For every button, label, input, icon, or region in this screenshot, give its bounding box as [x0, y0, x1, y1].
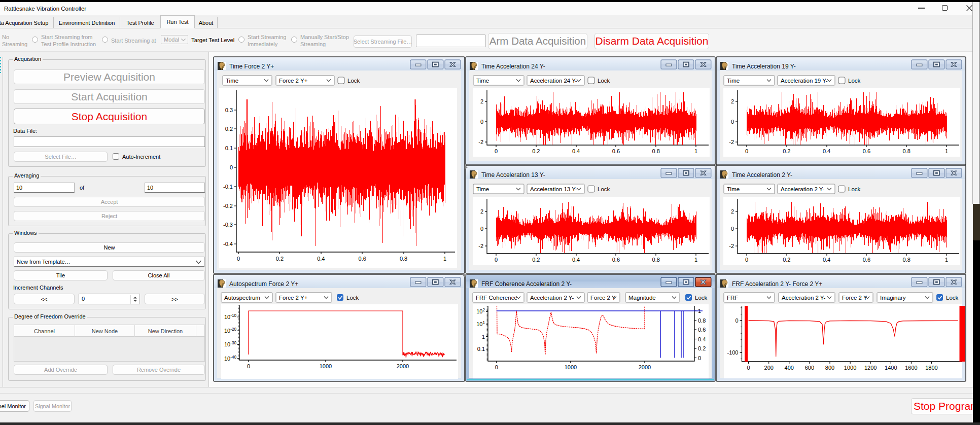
svg-text:1000: 1000: [844, 365, 856, 371]
svg-text:0: 0: [735, 317, 738, 324]
svg-text:Acceleration 2 Y-: Acceleration 2 Y-: [781, 186, 824, 192]
svg-text:2000: 2000: [397, 363, 409, 369]
svg-text:Lock: Lock: [347, 78, 360, 84]
svg-text:1800: 1800: [925, 365, 937, 371]
svg-text:Acceleration 2 Y-: Acceleration 2 Y-: [782, 295, 825, 301]
svg-text:Time: Time: [727, 78, 740, 84]
svg-text:0.8: 0.8: [400, 256, 407, 262]
svg-text:0: 0: [731, 119, 734, 125]
svg-text:Lock: Lock: [848, 78, 861, 84]
svg-text:0.6: 0.6: [612, 148, 620, 154]
svg-text:0: 0: [745, 148, 748, 154]
svg-text:0: 0: [731, 226, 734, 232]
svg-text:Acceleration 24 Y-: Acceleration 24 Y-: [530, 78, 577, 84]
svg-text:Force 2 Y+: Force 2 Y+: [279, 295, 308, 301]
svg-text:-100: -100: [727, 349, 738, 356]
svg-text:-0.2: -0.2: [223, 203, 233, 209]
svg-text:0.6: 0.6: [698, 327, 706, 333]
svg-text:2000: 2000: [639, 364, 651, 370]
svg-text:0.3: 0.3: [225, 107, 233, 113]
svg-text:0: 0: [698, 355, 701, 361]
svg-text:-0.1: -0.1: [223, 184, 233, 190]
svg-text:0: 0: [237, 256, 240, 262]
svg-text:0.4: 0.4: [698, 336, 706, 342]
svg-text:0: 0: [480, 226, 483, 232]
svg-text:0.6: 0.6: [863, 148, 870, 154]
svg-text:Force 2 Y: Force 2 Y: [842, 295, 867, 301]
svg-text:Imaginary: Imaginary: [880, 295, 906, 301]
svg-text:FRF Coherence Acceleration 2 Y: FRF Coherence Acceleration 2 Y-: [481, 280, 572, 288]
svg-text:0: 0: [230, 164, 233, 170]
svg-text:0.8: 0.8: [652, 148, 660, 154]
svg-text:Force 2 Y: Force 2 Y: [590, 295, 616, 301]
svg-text:1: 1: [694, 257, 697, 263]
svg-text:2: 2: [731, 98, 734, 104]
svg-text:0.8: 0.8: [903, 257, 911, 263]
svg-text:1600: 1600: [905, 365, 917, 371]
svg-text:400: 400: [785, 365, 794, 371]
svg-text:Time: Time: [226, 78, 238, 84]
svg-text:0.4: 0.4: [572, 148, 580, 154]
svg-text:Magnitude: Magnitude: [628, 295, 656, 301]
svg-text:-2: -2: [478, 243, 483, 249]
svg-text:Time Acceleration 19 Y-: Time Acceleration 19 Y-: [732, 63, 796, 70]
svg-text:0: 0: [247, 363, 250, 369]
svg-text:600: 600: [805, 365, 814, 371]
svg-text:0.6: 0.6: [863, 257, 870, 263]
svg-text:2: 2: [480, 98, 483, 104]
svg-text:0.8: 0.8: [903, 148, 911, 154]
svg-text:Lock: Lock: [946, 295, 959, 301]
svg-text:Lock: Lock: [848, 186, 861, 192]
svg-text:Lock: Lock: [346, 295, 359, 301]
svg-text:Time: Time: [476, 186, 489, 192]
svg-text:Time Force 2 Y+: Time Force 2 Y+: [229, 63, 274, 70]
svg-text:0: 0: [495, 148, 498, 154]
svg-text:1400: 1400: [885, 365, 897, 371]
svg-text:1000: 1000: [320, 363, 332, 369]
svg-text:Acceleration 19 Y-: Acceleration 19 Y-: [781, 78, 828, 84]
svg-text:0.2: 0.2: [698, 345, 706, 351]
svg-text:0.4: 0.4: [823, 148, 830, 154]
svg-text:1: 1: [694, 148, 697, 154]
svg-text:0.4: 0.4: [572, 257, 580, 263]
svg-text:0.2: 0.2: [783, 148, 790, 154]
svg-text:-0.3: -0.3: [223, 222, 233, 228]
svg-text:0.1: 0.1: [477, 346, 485, 352]
svg-text:Lock: Lock: [598, 78, 610, 84]
svg-text:Acceleration 2 Y-: Acceleration 2 Y-: [530, 295, 574, 301]
svg-text:1: 1: [945, 257, 948, 263]
svg-text:1: 1: [443, 256, 446, 262]
svg-text:Time: Time: [727, 186, 740, 192]
svg-text:0.2: 0.2: [276, 256, 284, 262]
svg-text:2: 2: [731, 208, 734, 215]
svg-text:FRF Coherence: FRF Coherence: [476, 295, 517, 301]
svg-text:Lock: Lock: [598, 186, 610, 192]
svg-text:1000: 1000: [565, 364, 577, 370]
svg-text:Autospectrum Force 2 Y+: Autospectrum Force 2 Y+: [229, 280, 298, 288]
svg-text:FRF Acceleration 2 Y- Force 2: FRF Acceleration 2 Y- Force 2 Y+: [732, 280, 822, 288]
svg-text:Time Acceleration 13 Y-: Time Acceleration 13 Y-: [481, 171, 545, 179]
svg-text:0.4: 0.4: [317, 256, 325, 262]
svg-text:Force 2 Y+: Force 2 Y+: [279, 78, 308, 84]
svg-text:Acceleration 13 Y-: Acceleration 13 Y-: [530, 186, 577, 192]
svg-text:Time Acceleration 2 Y-: Time Acceleration 2 Y-: [732, 171, 792, 179]
svg-text:Time: Time: [476, 78, 489, 84]
svg-text:0.1: 0.1: [225, 145, 233, 151]
svg-text:2: 2: [480, 208, 483, 215]
svg-text:Lock: Lock: [695, 295, 708, 301]
svg-text:0: 0: [495, 257, 498, 263]
svg-text:-2: -2: [729, 139, 734, 145]
svg-text:0.4: 0.4: [823, 257, 830, 263]
svg-text:Time Acceleration 24 Y-: Time Acceleration 24 Y-: [481, 63, 545, 70]
svg-text:0.2: 0.2: [532, 148, 540, 154]
svg-text:800: 800: [825, 365, 834, 371]
svg-text:0: 0: [495, 364, 498, 370]
svg-text:0.2: 0.2: [225, 126, 233, 132]
svg-text:Autospectrum: Autospectrum: [224, 295, 260, 301]
svg-text:0.8: 0.8: [698, 317, 706, 324]
svg-text:1: 1: [945, 148, 948, 154]
svg-text:0.6: 0.6: [612, 257, 620, 263]
svg-text:-2: -2: [729, 243, 734, 249]
svg-text:0.2: 0.2: [532, 257, 540, 263]
svg-text:-0.4: -0.4: [223, 241, 233, 247]
